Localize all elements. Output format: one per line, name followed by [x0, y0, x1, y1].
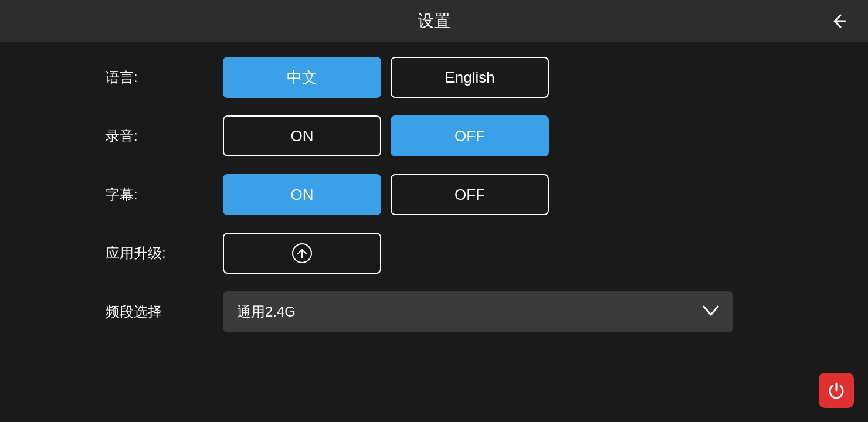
upgrade-label: 应用升级:: [106, 244, 223, 263]
language-button-group: 中文 English: [223, 57, 549, 98]
power-button[interactable]: [819, 373, 854, 408]
header: 设置: [0, 0, 868, 42]
power-icon: [828, 382, 845, 399]
recording-row: 录音: ON OFF: [106, 113, 762, 159]
language-english-button[interactable]: English: [391, 57, 549, 98]
settings-content: 语言: 中文 English 录音: ON OFF 字幕: ON: [0, 42, 868, 359]
upgrade-button[interactable]: [223, 233, 381, 274]
language-label: 语言:: [106, 68, 223, 87]
upgrade-row: 应用升级:: [106, 230, 762, 277]
frequency-label: 频段选择: [106, 302, 223, 321]
recording-label: 录音:: [106, 127, 223, 145]
subtitle-label: 字幕:: [106, 185, 223, 204]
recording-on-button[interactable]: ON: [223, 115, 381, 156]
recording-off-button[interactable]: OFF: [391, 115, 549, 156]
upload-icon: [291, 243, 313, 264]
back-icon: [829, 11, 850, 32]
frequency-row: 频段选择 通用2.4G: [106, 288, 762, 335]
frequency-selected-value: 通用2.4G: [237, 302, 296, 321]
subtitle-button-group: ON OFF: [223, 174, 549, 215]
subtitle-on-button[interactable]: ON: [223, 174, 381, 215]
language-chinese-button[interactable]: 中文: [223, 57, 381, 98]
chevron-down-icon: [703, 304, 719, 319]
frequency-dropdown-container: 通用2.4G: [223, 291, 733, 332]
page-title: 设置: [418, 10, 450, 32]
subtitle-off-button[interactable]: OFF: [391, 174, 549, 215]
language-row: 语言: 中文 English: [106, 54, 762, 101]
subtitle-row: 字幕: ON OFF: [106, 171, 762, 218]
back-button[interactable]: [825, 6, 854, 36]
upgrade-button-group: [223, 233, 381, 274]
frequency-dropdown[interactable]: 通用2.4G: [223, 291, 733, 332]
recording-button-group: ON OFF: [223, 115, 549, 156]
